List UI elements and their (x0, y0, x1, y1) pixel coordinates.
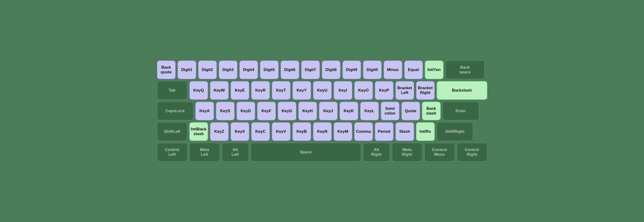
key-KeyY[interactable]: KeyY (292, 81, 311, 100)
key-KeyL[interactable]: KeyL (360, 102, 379, 120)
key-Backslash[interactable]: Backslash (436, 81, 488, 100)
key-KeyP[interactable]: KeyP (375, 81, 394, 100)
key-Backspace[interactable]: Back space (445, 60, 485, 79)
key-Period[interactable]: Period (375, 122, 394, 141)
key-KeyT[interactable]: KeyT (272, 81, 290, 100)
key-CapsLock[interactable]: CapsLock (157, 102, 194, 120)
keyboard-row-row4: ShiftLeftIntlBack slashKeyZKeyXKeyCKeyVK… (157, 122, 488, 141)
key-AltLeft[interactable]: Alt Left (222, 143, 249, 162)
key-ContextMenu[interactable]: Context Menu (424, 143, 455, 162)
key-KeyF[interactable]: KeyF (257, 102, 276, 120)
key-Slash[interactable]: Slash (395, 122, 414, 141)
keyboard-row-row1: Back quoteDigit1Digit2Digit3Digit4Digit5… (157, 60, 488, 79)
key-Semicolon[interactable]: Semi colon (380, 102, 400, 120)
keyboard-row-row5: Control LeftMeta LeftAlt LeftSpaceAlt Ri… (157, 143, 488, 162)
key-Comma[interactable]: Comma (354, 122, 373, 141)
key-Minus[interactable]: Minus (384, 60, 402, 79)
key-Quote[interactable]: Quote (401, 102, 420, 120)
key-BracketRight[interactable]: Bracket Right (416, 81, 435, 100)
key-Digit8[interactable]: Digit8 (322, 60, 340, 79)
key-AltRight[interactable]: Alt Right (363, 143, 390, 162)
key-ShiftRight[interactable]: ShiftRight (436, 122, 473, 141)
key-IntlYen[interactable]: IntlYen (425, 60, 444, 79)
key-Enter[interactable]: Enter (442, 102, 479, 120)
key-Digit0[interactable]: Digit0 (363, 60, 382, 79)
key-IntlBackslash2[interactable]: Back slash (422, 102, 441, 120)
key-KeyK[interactable]: KeyK (340, 102, 358, 120)
key-Digit3[interactable]: Digit3 (218, 60, 238, 79)
key-KeyA[interactable]: KeyA (195, 102, 214, 120)
key-KeyQ[interactable]: KeyQ (189, 81, 208, 100)
key-Space[interactable]: Space (250, 143, 361, 162)
key-KeyH[interactable]: KeyH (298, 102, 317, 120)
key-KeyJ[interactable]: KeyJ (319, 102, 338, 120)
key-KeyU[interactable]: KeyU (313, 81, 332, 100)
key-KeyV[interactable]: KeyV (272, 122, 290, 141)
key-MetaRight[interactable]: Meta Right (392, 143, 422, 162)
key-KeyW[interactable]: KeyW (210, 81, 229, 100)
key-BracketLeft[interactable]: Bracket Left (395, 81, 414, 100)
key-KeyI[interactable]: KeyI (334, 81, 352, 100)
key-KeyN[interactable]: KeyN (313, 122, 332, 141)
key-KeyS[interactable]: KeyS (216, 102, 235, 120)
key-Backquote[interactable]: Back quote (157, 60, 176, 79)
key-Digit6[interactable]: Digit6 (280, 60, 300, 79)
key-ControlLeft[interactable]: Control Left (157, 143, 188, 162)
key-KeyC[interactable]: KeyC (251, 122, 270, 141)
key-KeyG[interactable]: KeyG (278, 102, 296, 120)
key-Digit4[interactable]: Digit4 (239, 60, 258, 79)
key-Digit7[interactable]: Digit7 (301, 60, 320, 79)
key-Digit5[interactable]: Digit5 (260, 60, 279, 79)
key-KeyM[interactable]: KeyM (334, 122, 352, 141)
key-Equal[interactable]: Equal (404, 60, 423, 79)
keyboard-row-row2: TabKeyQKeyWKeyEKeyRKeyTKeyYKeyUKeyIKeyOK… (157, 81, 488, 100)
key-ControlRight[interactable]: Control Right (457, 143, 488, 162)
key-KeyR[interactable]: KeyR (251, 81, 270, 100)
key-KeyE[interactable]: KeyE (230, 81, 250, 100)
keyboard: Back quoteDigit1Digit2Digit3Digit4Digit5… (152, 56, 492, 166)
key-KeyO[interactable]: KeyO (354, 81, 373, 100)
keyboard-row-row3: CapsLockKeyAKeySKeyDKeyFKeyGKeyHKeyJKeyK… (157, 102, 488, 120)
key-IntlRo[interactable]: IntlRo (416, 122, 435, 141)
key-Digit1[interactable]: Digit1 (178, 60, 196, 79)
key-Digit9[interactable]: Digit9 (342, 60, 361, 79)
key-KeyD[interactable]: KeyD (236, 102, 255, 120)
key-ShiftLeft[interactable]: ShiftLeft (157, 122, 188, 141)
key-KeyX[interactable]: KeyX (230, 122, 250, 141)
key-KeyZ[interactable]: KeyZ (210, 122, 229, 141)
key-Digit2[interactable]: Digit2 (198, 60, 217, 79)
key-Tab[interactable]: Tab (157, 81, 188, 100)
key-IntlBackslash[interactable]: IntlBack slash (189, 122, 208, 141)
key-KeyB[interactable]: KeyB (292, 122, 311, 141)
key-MetaLeft[interactable]: Meta Left (189, 143, 220, 162)
